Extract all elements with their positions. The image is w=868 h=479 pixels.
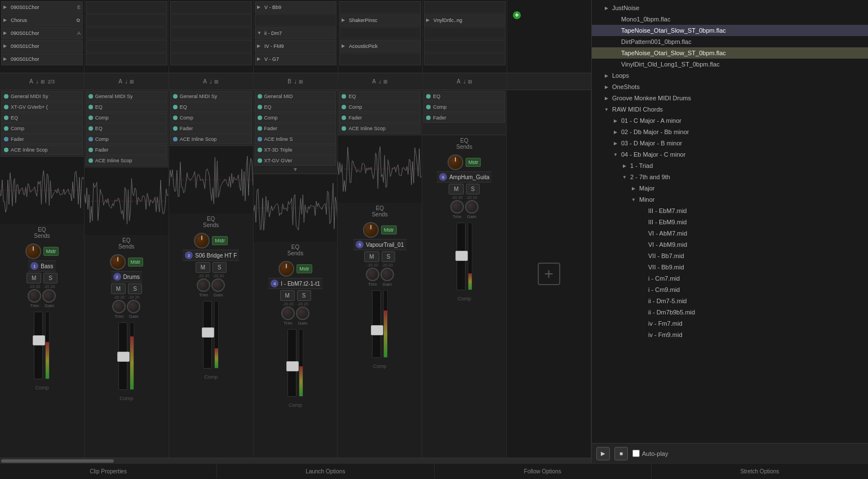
solo-btn-5[interactable]: S <box>382 251 396 262</box>
fader-thumb-3[interactable] <box>202 327 214 338</box>
bottom-section-2[interactable]: Follow Options <box>435 464 652 479</box>
fx-slot-2-6[interactable]: ACE Inline Scop <box>86 156 167 166</box>
clip-slot-1-2[interactable]: ▶090S01ChorA <box>1 27 83 39</box>
clip-play-4-3[interactable]: ▶ <box>257 43 263 49</box>
clip-play-1-1[interactable]: ▶ <box>3 17 9 23</box>
bottom-section-1[interactable]: Launch Options <box>217 464 434 479</box>
tree-item-23[interactable]: VII - Bb9.mid <box>592 261 868 273</box>
mute-btn-3[interactable]: M <box>196 262 210 273</box>
fx-slot-5-1[interactable]: Comp <box>339 102 420 112</box>
clip-slot-1-1[interactable]: ▶Chorus✿ <box>1 14 83 26</box>
track-header-icon-5-1[interactable]: ⊞ <box>383 78 388 85</box>
tree-item-2[interactable]: TapeNoise_Otari_Slow_ST_0bpm.flac <box>592 25 868 36</box>
track-header-icon-5-0[interactable]: ♩ <box>378 78 382 85</box>
gain-knob-2[interactable] <box>127 300 140 313</box>
solo-btn-1[interactable]: S <box>43 273 57 283</box>
tree-item-29[interactable]: iv - Fm9.mid <box>592 329 868 340</box>
tree-arrow-17[interactable]: ▼ <box>630 196 637 203</box>
tree-item-28[interactable]: iv - Fm7.mid <box>592 318 868 329</box>
tree-arrow-14[interactable]: ▶ <box>621 162 628 169</box>
clip-slot-6-1[interactable]: ▶VnylDrtlc..ng <box>424 14 506 26</box>
fx-slot-4-1[interactable]: EQ <box>255 102 336 112</box>
solo-btn-6[interactable]: S <box>466 184 480 194</box>
fx-slot-1-3[interactable]: Comp <box>1 123 83 134</box>
tree-item-20[interactable]: VI - AbM7.mid <box>592 228 868 239</box>
fader-thumb-4[interactable] <box>286 361 299 371</box>
fader-track-4[interactable] <box>287 329 296 397</box>
gain-knob-6[interactable] <box>465 200 479 214</box>
clip-play-5-1[interactable]: ▶ <box>342 17 347 23</box>
bottom-section-0[interactable]: Clip Properties <box>0 464 217 479</box>
tree-item-5[interactable]: VinylDirt_Old_Long1_ST_0bpm.flac <box>592 59 868 70</box>
mute-btn-4[interactable]: M <box>280 290 295 301</box>
tree-arrow-9[interactable]: ▼ <box>603 106 610 113</box>
fader-thumb-6[interactable] <box>455 251 468 261</box>
tree-item-3[interactable]: DirtPattern001_0bpm.flac <box>592 36 868 47</box>
fader-track-1[interactable] <box>34 312 43 379</box>
fx-slot-6-2[interactable]: Fader <box>423 113 505 123</box>
solo-btn-4[interactable]: S <box>297 290 311 301</box>
fx-slot-4-6[interactable]: XT-GV GVer <box>255 156 336 166</box>
add-clip-cursor[interactable]: + <box>513 11 521 19</box>
trim-knob-2[interactable] <box>112 300 126 313</box>
fader-track-2[interactable] <box>118 322 127 390</box>
clip-play-1-4[interactable]: ▶ <box>3 56 9 62</box>
track-header-icon-1-0[interactable]: ♩ <box>36 78 39 85</box>
fx-slot-4-2[interactable]: Comp <box>255 113 336 123</box>
clip-slot-1-4[interactable]: ▶090S01Chor <box>1 53 83 65</box>
track-header-icon-3-1[interactable]: ⊞ <box>214 78 219 85</box>
mstr-btn-5[interactable]: Mstr <box>381 225 397 234</box>
clip-play-1-3[interactable]: ▶ <box>3 43 9 49</box>
pan-knob-2[interactable] <box>110 254 126 270</box>
tree-item-24[interactable]: i - Cm7.mid <box>592 273 868 284</box>
fader-track-3[interactable] <box>203 301 212 369</box>
stop-button[interactable]: ■ <box>614 447 628 460</box>
tree-item-9[interactable]: ▼RAW MIDI Chords <box>592 104 868 115</box>
trim-knob-1[interactable] <box>28 289 41 303</box>
trim-knob-4[interactable] <box>281 307 295 320</box>
fx-slot-5-0[interactable]: EQ <box>339 91 420 101</box>
fx-slot-1-2[interactable]: EQ <box>1 113 83 123</box>
tree-item-12[interactable]: ▶03 - D Major - B minor <box>592 138 868 149</box>
bottom-section-3[interactable]: Stretch Options <box>652 464 868 479</box>
tree-item-18[interactable]: III - EbM7.mid <box>592 205 868 216</box>
tree-arrow-0[interactable]: ▶ <box>603 5 610 11</box>
fx-slot-4-0[interactable]: General MID <box>255 91 336 101</box>
mute-btn-5[interactable]: M <box>364 251 379 262</box>
mstr-btn-6[interactable]: Mstr <box>466 158 481 167</box>
eq-sends-3[interactable]: EQSends <box>169 214 253 230</box>
tree-item-22[interactable]: VII - Bb7.mid <box>592 250 868 261</box>
clip-play-6-1[interactable]: ▶ <box>426 17 432 23</box>
clip-play-4-2[interactable]: ▼ <box>257 30 263 36</box>
fx-slot-5-2[interactable]: Fader <box>339 113 420 123</box>
fx-slot-2-4[interactable]: Comp <box>86 134 167 144</box>
tree-arrow-16[interactable]: ▶ <box>630 185 637 192</box>
tree-arrow-11[interactable]: ▶ <box>612 128 619 135</box>
clip-play-1-0[interactable]: ▶ <box>3 5 9 10</box>
trim-knob-5[interactable] <box>366 268 379 281</box>
fx-slot-4-5[interactable]: XT-3D Triple <box>255 145 336 155</box>
fx-slot-1-1[interactable]: XT-GV GVerb+ ( <box>1 102 83 112</box>
fx-scroll-down[interactable]: ▼ <box>255 166 336 172</box>
tree-item-21[interactable]: VI - AbM9.mid <box>592 239 868 250</box>
fx-slot-3-1[interactable]: EQ <box>170 102 252 112</box>
track-header-icon-4-1[interactable]: ⊞ <box>298 78 304 85</box>
tree-item-16[interactable]: ▶Major <box>592 183 868 194</box>
mstr-btn-3[interactable]: Mstr <box>212 236 228 245</box>
track-header-icon-2-1[interactable]: ⊞ <box>129 78 135 85</box>
solo-btn-3[interactable]: S <box>212 262 227 273</box>
track-header-icon-4-0[interactable]: ♩ <box>294 78 297 85</box>
mute-btn-1[interactable]: M <box>26 273 41 283</box>
fx-slot-2-2[interactable]: Comp <box>86 113 167 123</box>
gain-knob-1[interactable] <box>42 289 56 303</box>
trim-knob-6[interactable] <box>450 200 464 214</box>
gain-knob-4[interactable] <box>296 307 309 320</box>
tree-item-0[interactable]: ▶JustNoise <box>592 2 868 14</box>
fader-thumb-5[interactable] <box>371 325 383 335</box>
tree-arrow-13[interactable]: ▼ <box>612 151 619 158</box>
tree-item-7[interactable]: ▶OneShots <box>592 81 868 92</box>
fx-slot-1-4[interactable]: Fader <box>1 134 83 144</box>
tree-arrow-8[interactable]: ▶ <box>603 95 610 101</box>
clip-slot-4-3[interactable]: ▶IV - FM9 <box>255 40 336 52</box>
pan-knob-1[interactable] <box>25 243 41 259</box>
